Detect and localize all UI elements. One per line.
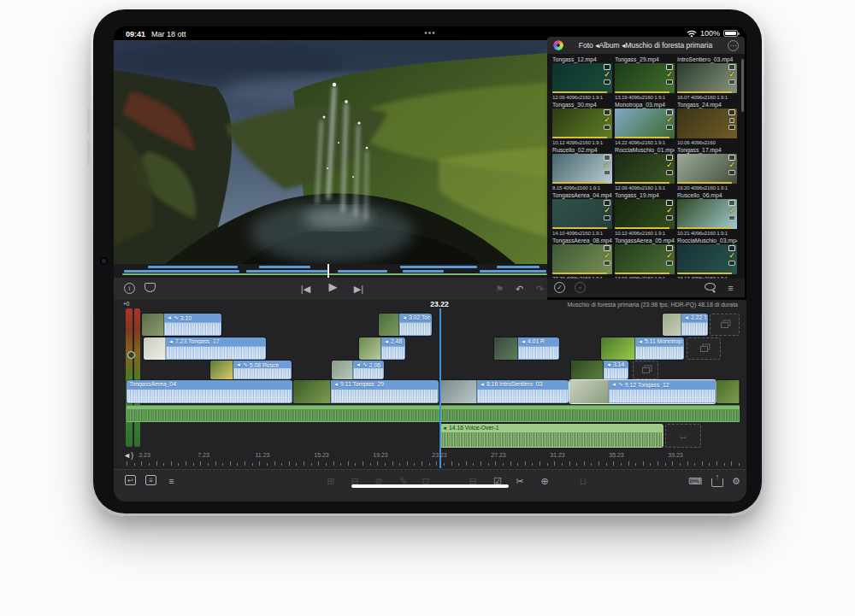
main-video-track-clip[interactable]	[716, 380, 740, 403]
media-item-thumbnail[interactable]: ✓	[615, 199, 675, 229]
share-export-icon[interactable]: ↑	[711, 478, 723, 487]
settings-icon[interactable]: ⚙	[730, 475, 742, 487]
overlay-track-1-clip[interactable]: ◄∿5.08 Rusce	[210, 361, 292, 379]
volume-up-button[interactable]	[87, 108, 90, 133]
ghost-slot[interactable]	[710, 314, 740, 336]
shield-icon[interactable]	[144, 283, 156, 292]
skip-back-icon[interactable]: |◀	[300, 283, 311, 295]
keyboard-icon[interactable]: ⌨	[688, 475, 702, 487]
ruler-tick	[200, 461, 201, 466]
media-item[interactable]: TongassAerea_05.mp4✓13.03 4096x2160 1.9:…	[615, 237, 675, 282]
project-manager-icon[interactable]: ↩	[125, 475, 136, 485]
main-video-track-clip[interactable]: TongassAerea_04	[127, 380, 292, 403]
ghost-slot[interactable]: ↔	[665, 424, 701, 448]
media-item[interactable]: Ruscello_06.mp4✓10.21 4096x2160 1.9:1	[677, 191, 737, 237]
overlay-track-3-clip[interactable]: ◄3.02 Tongas	[379, 314, 432, 336]
music-track-clip[interactable]	[127, 405, 740, 422]
volume-down-button[interactable]	[87, 140, 90, 166]
overlay-track-2-clip[interactable]: ◄2.48 Rusc	[359, 337, 405, 360]
ghost-slot[interactable]	[633, 361, 658, 379]
media-item-thumbnail[interactable]: ✓	[552, 199, 612, 229]
overlay-track-2-clip[interactable]: ◄5.11 Monotropa	[601, 337, 684, 360]
redo-icon[interactable]: ↷	[534, 283, 545, 295]
media-item[interactable]: Tongass_19.mp4✓10.12 4096x2160 1.9:1	[615, 191, 675, 237]
media-item-thumbnail[interactable]: ✓	[677, 63, 737, 93]
import-source-icon[interactable]: ≡	[725, 282, 736, 294]
delete-icon[interactable]: ⊔	[577, 475, 589, 487]
media-item-thumbnail[interactable]: ✓	[552, 63, 612, 93]
media-item[interactable]: Ruscello_02.mp4✓8.15 4096x2160 1.9:1	[552, 146, 612, 191]
media-item-thumbnail[interactable]: ✓	[552, 109, 612, 138]
photos-app-icon[interactable]	[553, 40, 563, 50]
overlay-track-1-clip[interactable]: ◄3.14	[571, 361, 628, 379]
media-item-thumbnail[interactable]: ✓	[677, 244, 737, 274]
clip-title: 3.10	[180, 315, 192, 321]
media-item[interactable]: Tongass_29.mp4✓13.19 4096x2160 1.9:1	[615, 56, 675, 101]
audio-level-knob[interactable]	[127, 351, 135, 359]
media-item[interactable]: TongassAerea_08.mp4✓27.20 4096x2160 1.9:…	[552, 237, 612, 282]
select-all-icon[interactable]: ✓	[554, 282, 565, 293]
main-video-track-clip[interactable]: ◄9.11 Tongass_29	[293, 380, 439, 403]
search-icon[interactable]	[705, 283, 716, 290]
media-item[interactable]: Tongass_24.mp4▢10.06 4096x2160	[677, 101, 737, 146]
media-item-thumbnail[interactable]: ✓	[552, 154, 612, 184]
media-item[interactable]: Tongass_17.mp4✓19.20 4096x2160 1.9:1	[677, 146, 737, 191]
home-indicator[interactable]	[351, 484, 509, 488]
play-icon[interactable]: ▶	[327, 281, 339, 293]
info-icon[interactable]: i	[124, 283, 135, 294]
breadcrumb[interactable]: Foto ◂Album ◂Muschio di foresta primaria	[563, 41, 728, 50]
media-item-thumbnail[interactable]: ✓	[677, 199, 737, 229]
media-item-thumbnail[interactable]: ✓	[615, 244, 675, 274]
ruler-tick	[694, 463, 695, 466]
media-item[interactable]: Monotropa_03.mp4✓14.22 4096x2160 1.9:1	[615, 101, 675, 146]
media-item[interactable]: RocciaMuschio_01.mp4✓12.09 4096x2160 1.9…	[615, 146, 675, 191]
track-layout-icon[interactable]: ≡	[166, 475, 177, 487]
ghost-slot[interactable]	[687, 337, 721, 360]
source-library-icon[interactable]: ≡	[145, 475, 156, 485]
video-preview[interactable]	[114, 40, 547, 264]
media-item[interactable]: TongassAerea_04.mp4✓14.10 4096x2160 1.9:…	[552, 191, 612, 237]
media-item[interactable]: IntroSentiero_03.mp4✓16.07 4096x2160 1.9…	[677, 56, 737, 101]
voiceover-track-clip[interactable]: ◄14.16 Voice-Over-1	[439, 424, 663, 448]
insert-icon[interactable]: ⊞	[325, 475, 337, 487]
overview-playhead[interactable]	[327, 264, 329, 278]
media-item-name: Tongass_19.mp4	[615, 191, 675, 199]
overlay-track-3-clip[interactable]: ◄2.22 Tonga	[663, 314, 708, 336]
record-voiceover-icon[interactable]: •	[575, 282, 586, 293]
media-item-ratio: 1.9:1	[716, 185, 728, 191]
speaker-icon: ◄	[611, 382, 616, 387]
more-options-icon[interactable]: ⋯	[728, 40, 739, 51]
split-icon[interactable]: ✂	[514, 475, 526, 487]
clip-body	[127, 405, 740, 422]
media-type-icon	[604, 200, 610, 206]
media-item-resolution: 4096x2160	[627, 185, 652, 191]
media-item-thumbnail[interactable]: ✓	[615, 63, 675, 93]
overlay-track-1-clip[interactable]: ◄∿2.06 Tong	[332, 361, 384, 379]
media-scrollbar[interactable]	[741, 59, 744, 112]
main-video-track-clip[interactable]: ◄∿9.12 Tongass_12	[569, 380, 716, 403]
main-video-track-clip[interactable]: ◄8.16 IntroSentiero_03	[439, 380, 569, 403]
playhead[interactable]	[439, 308, 441, 468]
clip-body: ◄∿2.06 Tong	[353, 361, 384, 379]
undo-icon[interactable]: ↶	[514, 283, 525, 295]
add-clip-icon[interactable]: ⊕	[539, 475, 551, 487]
overlay-track-3-clip[interactable]: ◄∿3.10	[142, 314, 221, 336]
media-item-thumbnail[interactable]: ✓	[615, 109, 675, 138]
media-item-ratio: 1.9:1	[653, 94, 665, 100]
timeline-overview[interactable]	[114, 264, 547, 278]
overlay-track-2-clip[interactable]: ◄4.01 R	[494, 337, 559, 360]
media-item-thumbnail[interactable]: ✓	[677, 154, 737, 184]
media-item[interactable]: Tongass_30.mp4✓10.12 4096x2160 1.9:1	[552, 101, 612, 146]
skip-forward-icon[interactable]: ▶|	[353, 283, 364, 295]
overlay-track-2-clip[interactable]: ◄7.23 Tongass_17	[144, 337, 266, 360]
media-item[interactable]: Tongass_12.mp4✓12.09 4096x2160 1.9:1	[552, 56, 612, 101]
usage-bar	[677, 273, 732, 274]
media-item[interactable]: RocciaMuschio_03.mp4✓23.17 4096x2160 1.9…	[677, 237, 737, 282]
clip-thumbnail	[601, 337, 635, 360]
marker-icon[interactable]: ⚑	[494, 283, 505, 295]
media-item-thumbnail[interactable]: ▢	[677, 109, 737, 138]
media-item-thumbnail[interactable]: ✓	[552, 244, 612, 274]
media-panel-header: Foto ◂Album ◂Muschio di foresta primaria…	[547, 37, 745, 54]
toolbar-left-group: ↩≡≡	[125, 475, 177, 487]
media-item-thumbnail[interactable]: ✓	[615, 154, 675, 184]
